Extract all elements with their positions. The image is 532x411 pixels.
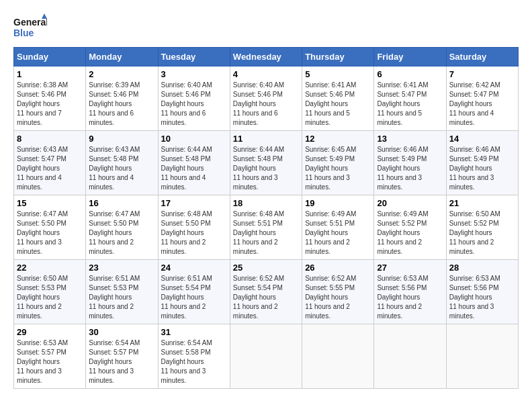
day-number: 12: [305, 134, 371, 144]
day-number: 19: [305, 198, 371, 208]
day-number: 13: [377, 134, 443, 144]
calendar-cell: 24 Sunrise: 6:51 AM Sunset: 5:54 PM Dayl…: [158, 260, 230, 324]
calendar-week-row: 22 Sunrise: 6:50 AM Sunset: 5:53 PM Dayl…: [14, 260, 519, 324]
day-info: Sunrise: 6:53 AM Sunset: 5:56 PM Dayligh…: [377, 274, 443, 321]
calendar-week-row: 15 Sunrise: 6:47 AM Sunset: 5:50 PM Dayl…: [14, 195, 519, 260]
calendar-week-row: 29 Sunrise: 6:53 AM Sunset: 5:57 PM Dayl…: [14, 324, 519, 389]
day-info: Sunrise: 6:53 AM Sunset: 5:57 PM Dayligh…: [17, 338, 83, 385]
logo-icon: General Blue: [13, 13, 47, 40]
calendar-cell: [446, 324, 518, 389]
calendar-cell: 14 Sunrise: 6:46 AM Sunset: 5:49 PM Dayl…: [446, 131, 518, 195]
col-header-sunday: Sunday: [14, 48, 86, 66]
page-header: General Blue: [13, 13, 519, 40]
day-number: 22: [17, 263, 83, 273]
calendar-cell: 16 Sunrise: 6:47 AM Sunset: 5:50 PM Dayl…: [86, 195, 158, 260]
day-number: 16: [89, 198, 154, 208]
calendar-cell: 26 Sunrise: 6:52 AM Sunset: 5:55 PM Dayl…: [302, 260, 374, 324]
day-number: 14: [449, 134, 515, 144]
day-number: 27: [377, 263, 443, 273]
day-number: 8: [17, 134, 83, 144]
col-header-monday: Monday: [86, 48, 158, 66]
day-number: 24: [161, 263, 227, 273]
day-info: Sunrise: 6:47 AM Sunset: 5:50 PM Dayligh…: [17, 210, 83, 257]
calendar-cell: 27 Sunrise: 6:53 AM Sunset: 5:56 PM Dayl…: [374, 260, 446, 324]
calendar-cell: 31 Sunrise: 6:54 AM Sunset: 5:58 PM Dayl…: [158, 324, 230, 389]
day-info: Sunrise: 6:52 AM Sunset: 5:55 PM Dayligh…: [305, 274, 371, 321]
day-info: Sunrise: 6:54 AM Sunset: 5:58 PM Dayligh…: [161, 338, 227, 385]
day-number: 31: [161, 327, 227, 337]
day-info: Sunrise: 6:38 AM Sunset: 5:46 PM Dayligh…: [17, 81, 83, 128]
day-number: 6: [377, 69, 443, 79]
day-info: Sunrise: 6:41 AM Sunset: 5:47 PM Dayligh…: [377, 81, 443, 128]
calendar-cell: [230, 324, 302, 389]
col-header-thursday: Thursday: [302, 48, 374, 66]
calendar-cell: 30 Sunrise: 6:54 AM Sunset: 5:57 PM Dayl…: [86, 324, 158, 389]
day-info: Sunrise: 6:41 AM Sunset: 5:46 PM Dayligh…: [305, 81, 371, 128]
day-number: 10: [161, 134, 227, 144]
day-info: Sunrise: 6:46 AM Sunset: 5:49 PM Dayligh…: [377, 145, 443, 192]
calendar-cell: 3 Sunrise: 6:40 AM Sunset: 5:46 PM Dayli…: [158, 66, 230, 131]
day-number: 29: [17, 327, 83, 337]
day-info: Sunrise: 6:49 AM Sunset: 5:52 PM Dayligh…: [377, 210, 443, 257]
day-number: 26: [305, 263, 371, 273]
day-info: Sunrise: 6:50 AM Sunset: 5:53 PM Dayligh…: [17, 274, 83, 321]
day-number: 20: [377, 198, 443, 208]
calendar-cell: 28 Sunrise: 6:53 AM Sunset: 5:56 PM Dayl…: [446, 260, 518, 324]
day-info: Sunrise: 6:49 AM Sunset: 5:51 PM Dayligh…: [305, 210, 371, 257]
calendar-cell: 5 Sunrise: 6:41 AM Sunset: 5:46 PM Dayli…: [302, 66, 374, 131]
calendar-cell: 8 Sunrise: 6:43 AM Sunset: 5:47 PM Dayli…: [14, 131, 86, 195]
day-info: Sunrise: 6:40 AM Sunset: 5:46 PM Dayligh…: [233, 81, 299, 128]
col-header-wednesday: Wednesday: [230, 48, 302, 66]
calendar-cell: 25 Sunrise: 6:52 AM Sunset: 5:54 PM Dayl…: [230, 260, 302, 324]
day-info: Sunrise: 6:51 AM Sunset: 5:54 PM Dayligh…: [161, 274, 227, 321]
day-info: Sunrise: 6:43 AM Sunset: 5:47 PM Dayligh…: [17, 145, 83, 192]
calendar-week-row: 1 Sunrise: 6:38 AM Sunset: 5:46 PM Dayli…: [14, 66, 519, 131]
day-info: Sunrise: 6:53 AM Sunset: 5:56 PM Dayligh…: [449, 274, 515, 321]
svg-marker-2: [42, 13, 47, 19]
day-info: Sunrise: 6:52 AM Sunset: 5:54 PM Dayligh…: [233, 274, 299, 321]
calendar-table: SundayMondayTuesdayWednesdayThursdayFrid…: [13, 47, 519, 389]
calendar-cell: 2 Sunrise: 6:39 AM Sunset: 5:46 PM Dayli…: [86, 66, 158, 131]
calendar-cell: 22 Sunrise: 6:50 AM Sunset: 5:53 PM Dayl…: [14, 260, 86, 324]
day-number: 25: [233, 263, 299, 273]
calendar-cell: 13 Sunrise: 6:46 AM Sunset: 5:49 PM Dayl…: [374, 131, 446, 195]
calendar-header-row: SundayMondayTuesdayWednesdayThursdayFrid…: [14, 48, 519, 66]
day-number: 7: [449, 69, 515, 79]
day-number: 1: [17, 69, 83, 79]
day-number: 30: [89, 327, 154, 337]
logo: General Blue: [13, 13, 50, 40]
day-number: 15: [17, 198, 83, 208]
calendar-cell: 21 Sunrise: 6:50 AM Sunset: 5:52 PM Dayl…: [446, 195, 518, 260]
calendar-cell: 12 Sunrise: 6:45 AM Sunset: 5:49 PM Dayl…: [302, 131, 374, 195]
day-number: 28: [449, 263, 515, 273]
day-info: Sunrise: 6:50 AM Sunset: 5:52 PM Dayligh…: [449, 210, 515, 257]
day-info: Sunrise: 6:48 AM Sunset: 5:50 PM Dayligh…: [161, 210, 227, 257]
day-number: 21: [449, 198, 515, 208]
calendar-cell: 19 Sunrise: 6:49 AM Sunset: 5:51 PM Dayl…: [302, 195, 374, 260]
calendar-cell: [302, 324, 374, 389]
day-number: 5: [305, 69, 371, 79]
day-info: Sunrise: 6:48 AM Sunset: 5:51 PM Dayligh…: [233, 210, 299, 257]
day-info: Sunrise: 6:44 AM Sunset: 5:48 PM Dayligh…: [161, 145, 227, 192]
day-number: 4: [233, 69, 299, 79]
calendar-cell: 10 Sunrise: 6:44 AM Sunset: 5:48 PM Dayl…: [158, 131, 230, 195]
calendar-cell: 9 Sunrise: 6:43 AM Sunset: 5:48 PM Dayli…: [86, 131, 158, 195]
day-number: 9: [89, 134, 154, 144]
col-header-saturday: Saturday: [446, 48, 518, 66]
day-number: 2: [89, 69, 154, 79]
col-header-tuesday: Tuesday: [158, 48, 230, 66]
day-info: Sunrise: 6:40 AM Sunset: 5:46 PM Dayligh…: [161, 81, 227, 128]
col-header-friday: Friday: [374, 48, 446, 66]
day-number: 11: [233, 134, 299, 144]
day-info: Sunrise: 6:39 AM Sunset: 5:46 PM Dayligh…: [89, 81, 154, 128]
day-number: 17: [161, 198, 227, 208]
calendar-cell: 7 Sunrise: 6:42 AM Sunset: 5:47 PM Dayli…: [446, 66, 518, 131]
calendar-cell: 11 Sunrise: 6:44 AM Sunset: 5:48 PM Dayl…: [230, 131, 302, 195]
day-info: Sunrise: 6:45 AM Sunset: 5:49 PM Dayligh…: [305, 145, 371, 192]
calendar-week-row: 8 Sunrise: 6:43 AM Sunset: 5:47 PM Dayli…: [14, 131, 519, 195]
calendar-cell: 20 Sunrise: 6:49 AM Sunset: 5:52 PM Dayl…: [374, 195, 446, 260]
day-number: 3: [161, 69, 227, 79]
day-info: Sunrise: 6:47 AM Sunset: 5:50 PM Dayligh…: [89, 210, 154, 257]
calendar-cell: [374, 324, 446, 389]
day-number: 23: [89, 263, 154, 273]
